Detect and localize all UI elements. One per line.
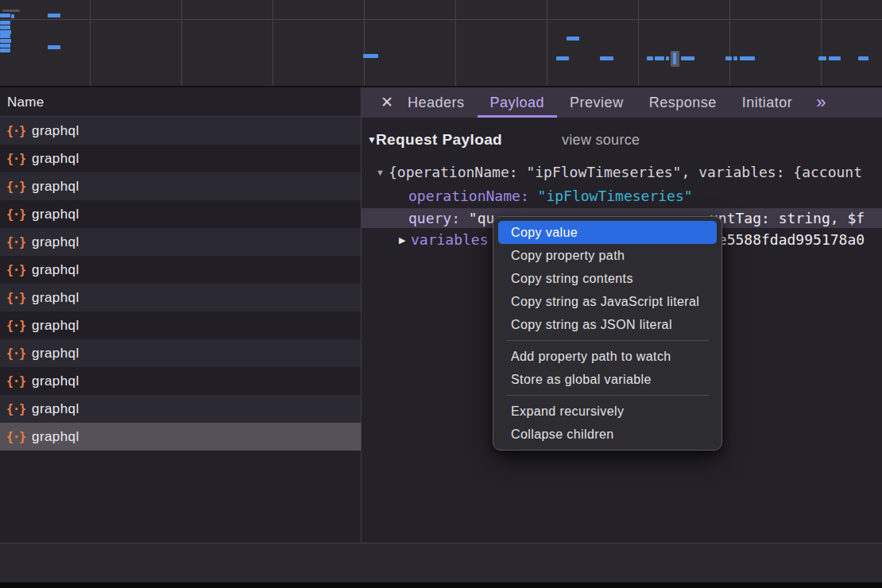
menu-item-copy-string-as-json-literal[interactable]: Copy string as JSON literal — [498, 313, 717, 336]
request-timing-bar[interactable] — [673, 52, 676, 64]
request-timing-bar[interactable] — [11, 14, 14, 18]
json-braces-icon: {·} — [6, 124, 25, 138]
menu-item-copy-string-contents[interactable]: Copy string contents — [498, 267, 717, 290]
menu-item-add-property-path-to-watch[interactable]: Add property path to watch — [498, 345, 717, 368]
name-column-header[interactable]: Name — [0, 87, 361, 117]
requests-panel: Name {·}graphql{·}graphql{·}graphql{·}gr… — [0, 87, 361, 543]
request-name: graphql — [32, 290, 79, 306]
json-braces-icon: {·} — [6, 152, 25, 166]
request-list: {·}graphql{·}graphql{·}graphql{·}graphql… — [0, 117, 361, 451]
request-row[interactable]: {·}graphql — [0, 423, 361, 451]
query-value-start: "qu — [469, 210, 495, 226]
timeline-gridline — [729, 0, 730, 86]
menu-item-expand-recursively[interactable]: Expand recursively — [498, 400, 717, 423]
request-row[interactable]: {·}graphql — [0, 256, 361, 284]
details-tabbar: ✕ HeadersPayloadPreviewResponseInitiator… — [362, 87, 882, 118]
request-timing-bar[interactable] — [48, 45, 60, 49]
request-name: graphql — [32, 262, 79, 278]
request-timing-bar[interactable] — [0, 39, 11, 43]
json-braces-icon: {·} — [6, 180, 25, 194]
payload-root-preview: {operationName: "ipFlowTimeseries", vari… — [389, 162, 862, 183]
request-timing-bar[interactable] — [2, 10, 20, 12]
query-value-fragment: untTag: string, $f — [710, 208, 865, 228]
summary-footer — [0, 544, 882, 582]
request-timing-bar[interactable] — [363, 54, 378, 58]
request-name: graphql — [32, 373, 79, 389]
tab-headers[interactable]: Headers — [395, 87, 478, 118]
request-row[interactable]: {·}graphql — [0, 339, 361, 367]
request-row[interactable]: {·}graphql — [0, 117, 361, 145]
json-braces-icon: {·} — [6, 263, 25, 277]
request-row[interactable]: {·}graphql — [0, 228, 361, 256]
network-overview-timeline[interactable] — [0, 0, 882, 87]
request-name: graphql — [32, 151, 79, 167]
menu-item-collapse-children[interactable]: Collapse children — [498, 423, 717, 446]
request-name: graphql — [32, 318, 79, 334]
timeline-gridline — [638, 0, 639, 86]
request-name: graphql — [32, 401, 79, 417]
menu-separator — [506, 395, 709, 396]
request-payload-section-header[interactable]: ▼ Request Payload view source — [362, 130, 882, 149]
view-source-link[interactable]: view source — [562, 130, 640, 149]
request-row[interactable]: {·}graphql — [0, 367, 361, 395]
request-row[interactable]: {·}graphql — [0, 395, 361, 423]
devtools-window: Name {·}graphql{·}graphql{·}graphql{·}gr… — [0, 0, 882, 588]
request-name: graphql — [32, 179, 79, 195]
request-timing-bar[interactable] — [666, 56, 669, 60]
tab-response[interactable]: Response — [636, 87, 729, 118]
timeline-gridline — [821, 0, 822, 86]
request-timing-bar[interactable] — [818, 56, 826, 60]
request-timing-bar[interactable] — [556, 56, 569, 60]
timeline-gridline — [90, 0, 91, 86]
request-row[interactable]: {·}graphql — [0, 311, 361, 339]
request-row[interactable]: {·}graphql — [0, 172, 361, 200]
section-title: Request Payload — [376, 130, 502, 149]
request-timing-bar[interactable] — [740, 56, 755, 60]
tab-payload[interactable]: Payload — [478, 87, 558, 118]
json-braces-icon: {·} — [6, 207, 25, 222]
request-timing-bar[interactable] — [733, 56, 737, 60]
root-collapse-icon[interactable]: ▼ — [376, 162, 385, 183]
request-timing-bar[interactable] — [829, 56, 841, 60]
panel-split-divider[interactable] — [361, 87, 362, 582]
variables-expand-icon[interactable]: ▶ — [399, 230, 405, 250]
operation-name-key: operationName: — [408, 188, 538, 204]
operation-name-row[interactable]: operationName: "ipFlowTimeseries" — [362, 186, 882, 207]
request-row[interactable]: {·}graphql — [0, 200, 361, 228]
menu-item-store-as-global-variable[interactable]: Store as global variable — [498, 368, 717, 391]
timeline-gridline — [547, 0, 547, 86]
request-timing-bar[interactable] — [0, 14, 10, 17]
payload-root-row[interactable]: ▼ {operationName: "ipFlowTimeseries", va… — [362, 162, 882, 183]
tab-initiator[interactable]: Initiator — [729, 87, 806, 118]
request-name: graphql — [32, 207, 79, 222]
menu-item-copy-string-as-javascript-literal[interactable]: Copy string as JavaScript literal — [498, 290, 717, 313]
request-timing-bar[interactable] — [647, 56, 653, 60]
request-timing-bar[interactable] — [48, 14, 60, 17]
request-timing-bar[interactable] — [0, 34, 10, 38]
operation-name-value: "ipFlowTimeseries" — [538, 188, 693, 204]
request-row[interactable]: {·}graphql — [0, 145, 361, 172]
request-timing-bar[interactable] — [567, 37, 579, 41]
window-bottom-edge — [0, 582, 882, 588]
menu-item-copy-property-path[interactable]: Copy property path — [498, 244, 717, 267]
json-braces-icon: {·} — [6, 430, 25, 444]
menu-item-copy-value[interactable]: Copy value — [498, 221, 717, 244]
request-row[interactable]: {·}graphql — [0, 284, 361, 311]
timeline-gridline — [273, 0, 273, 86]
close-icon[interactable]: ✕ — [381, 87, 395, 118]
request-timing-bar[interactable] — [0, 48, 10, 52]
tabs-container: HeadersPayloadPreviewResponseInitiator — [395, 87, 805, 118]
more-tabs-icon[interactable]: » — [816, 87, 826, 118]
json-braces-icon: {·} — [6, 374, 25, 389]
query-key: query: — [408, 210, 469, 226]
json-braces-icon: {·} — [6, 346, 25, 361]
request-timing-bar[interactable] — [0, 44, 10, 48]
request-timing-bar[interactable] — [681, 56, 694, 60]
request-timing-bar[interactable] — [858, 56, 868, 60]
request-timing-bar[interactable] — [600, 56, 613, 60]
request-timing-bar[interactable] — [655, 56, 664, 60]
request-timing-bar[interactable] — [0, 25, 10, 29]
tab-preview[interactable]: Preview — [557, 87, 636, 118]
request-timing-bar[interactable] — [725, 56, 732, 60]
request-timing-bar[interactable] — [0, 21, 10, 25]
